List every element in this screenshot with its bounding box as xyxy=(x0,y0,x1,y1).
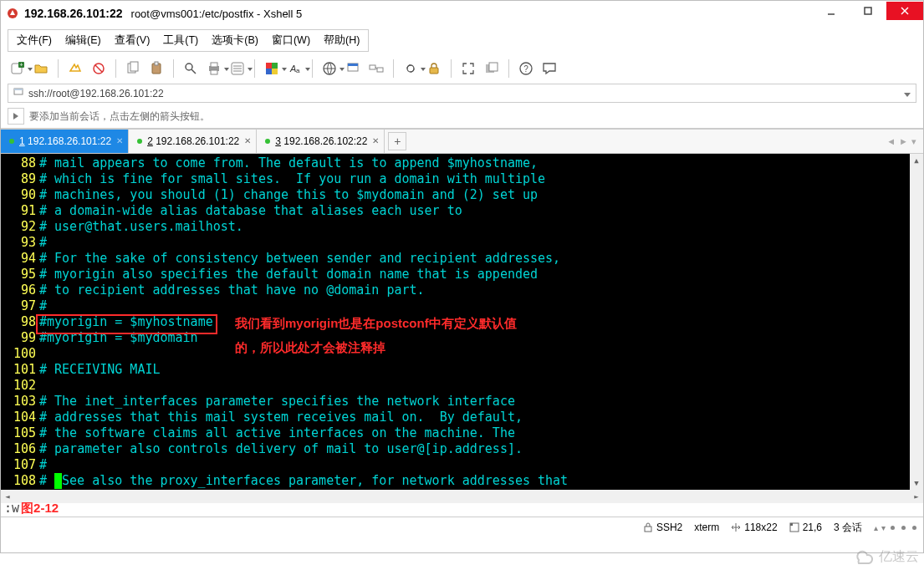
caps-indicator xyxy=(891,526,895,530)
compose-prompt: :w xyxy=(4,501,19,516)
disconnect-icon[interactable] xyxy=(89,59,109,79)
encoding-icon[interactable] xyxy=(319,59,339,79)
paste-icon[interactable] xyxy=(146,59,166,79)
menu-tabs[interactable]: 选项卡(B) xyxy=(205,32,265,49)
transparency-icon[interactable] xyxy=(482,59,502,79)
svg-rect-23 xyxy=(266,63,272,69)
hint-bar: 要添加当前会话，点击左侧的箭头按钮。 xyxy=(1,104,923,129)
menu-view[interactable]: 查看(V) xyxy=(108,32,157,49)
watermark: 亿速云 xyxy=(844,545,919,568)
line-text: # mail appears to come from. The default… xyxy=(39,155,538,171)
terminal[interactable]: 88# mail appears to come from. The defau… xyxy=(1,154,923,490)
lock-icon[interactable] xyxy=(424,59,444,79)
terminal-line: 90# machines, you should (1) change this… xyxy=(1,187,923,203)
title-bar: 192.168.26.101:22 root@vms001:/etc/postf… xyxy=(1,1,923,26)
svg-rect-2 xyxy=(865,8,871,14)
app-icon xyxy=(6,7,19,20)
tab-close-icon[interactable]: ✕ xyxy=(372,136,379,145)
close-button[interactable] xyxy=(886,2,923,20)
minimize-button[interactable] xyxy=(813,2,850,20)
lock-icon xyxy=(643,522,653,532)
vertical-scrollbar[interactable]: ▲ ▼ xyxy=(910,154,923,490)
link-icon[interactable] xyxy=(401,59,421,79)
terminal-line: 106# parameter also controls delivery of… xyxy=(1,441,923,457)
svg-line-15 xyxy=(191,69,196,74)
indicator-down-icon[interactable]: ▾ xyxy=(881,523,886,532)
line-text: # user@that.users.mailhost. xyxy=(39,219,243,235)
tunneling-icon[interactable] xyxy=(366,59,386,79)
status-size: 118x22 xyxy=(731,522,777,533)
maximize-button[interactable] xyxy=(850,2,886,20)
feedback-icon[interactable] xyxy=(539,59,559,79)
add-session-arrow-button[interactable] xyxy=(8,108,24,125)
copy-icon[interactable] xyxy=(123,59,143,79)
properties-icon[interactable] xyxy=(227,59,248,79)
line-text: # the software claims all active interfa… xyxy=(39,425,515,441)
svg-rect-24 xyxy=(272,63,278,69)
menu-tools[interactable]: 工具(T) xyxy=(156,32,205,49)
scroll-right-icon[interactable]: ► xyxy=(910,490,923,503)
session-tab-2[interactable]: 2 192.168.26.101:22 ✕ xyxy=(129,130,257,153)
line-number: 108 xyxy=(1,473,39,489)
svg-text:+: + xyxy=(19,62,23,68)
reconnect-icon[interactable] xyxy=(65,59,85,79)
tab-close-icon[interactable]: ✕ xyxy=(116,136,123,145)
address-dropdown-icon[interactable] xyxy=(897,88,911,99)
figure-label: 图2-12 xyxy=(21,501,59,517)
terminal-line: 92# user@that.users.mailhost. xyxy=(1,219,923,235)
tab-add-button[interactable]: + xyxy=(388,132,406,150)
line-number: 91 xyxy=(1,203,39,219)
svg-rect-11 xyxy=(130,62,138,71)
scroll-indicator xyxy=(912,526,916,530)
svg-rect-18 xyxy=(211,70,217,74)
session-tab-3[interactable]: 3 192.168.26.102:22 ✕ xyxy=(257,130,385,153)
terminal-line: 104# addresses that this mail system rec… xyxy=(1,410,923,425)
horizontal-scrollbar[interactable]: ◄ ► xyxy=(1,490,923,503)
tab-next-icon[interactable]: ► xyxy=(899,136,908,146)
size-icon xyxy=(731,522,741,532)
open-session-icon[interactable] xyxy=(31,59,51,79)
svg-rect-31 xyxy=(348,64,358,66)
terminal-line: 105# the software claims all active inte… xyxy=(1,425,923,441)
status-dot-icon xyxy=(137,139,142,144)
tab-nav: ◄ ► ▾ xyxy=(886,130,923,153)
new-session-icon[interactable]: + xyxy=(8,59,28,79)
line-number: 100 xyxy=(1,346,39,362)
tab-list-icon[interactable]: ▾ xyxy=(911,136,916,147)
tab-close-icon[interactable]: ✕ xyxy=(244,136,251,145)
terminal-line: 102 xyxy=(1,378,923,394)
terminal-line: 88# mail appears to come from. The defau… xyxy=(1,155,923,171)
svg-text:?: ? xyxy=(523,64,528,74)
session-tab-1[interactable]: 1 192.168.26.101:22 ✕ xyxy=(1,130,129,153)
terminal-line: 107# xyxy=(1,457,923,473)
menu-file[interactable]: 文件(F) xyxy=(10,32,59,49)
fullscreen-icon[interactable] xyxy=(458,59,478,79)
help-icon[interactable]: ? xyxy=(516,59,536,79)
terminal-line: 108# See also the proxy_interfaces param… xyxy=(1,473,923,489)
line-number: 101 xyxy=(1,362,39,378)
tab-prev-icon[interactable]: ◄ xyxy=(886,136,896,146)
color-scheme-icon[interactable] xyxy=(262,59,282,79)
line-text: #myorigin = $myhostname xyxy=(39,314,213,330)
find-icon[interactable] xyxy=(181,59,201,79)
print-icon[interactable] xyxy=(204,59,224,79)
scroll-down-icon[interactable]: ▼ xyxy=(910,476,923,490)
menu-help[interactable]: 帮助(H) xyxy=(317,32,366,49)
svg-rect-32 xyxy=(370,65,375,69)
menu-edit[interactable]: 编辑(E) xyxy=(59,32,108,49)
tab-label: 192.168.26.101:22 xyxy=(28,135,111,147)
address-bar[interactable]: ssh://root@192.168.26.101:22 xyxy=(8,84,916,103)
title-path: root@vms001:/etc/postfix - Xshell 5 xyxy=(131,8,303,20)
status-indicators: ▴ ▾ xyxy=(874,523,918,532)
font-icon[interactable]: Aa xyxy=(285,59,305,79)
line-number: 97 xyxy=(1,298,39,314)
xagent-icon[interactable] xyxy=(343,59,363,79)
session-tabs: 1 192.168.26.101:22 ✕ 2 192.168.26.101:2… xyxy=(1,129,923,154)
line-text: # See also the proxy_interfaces paramete… xyxy=(39,473,568,489)
line-text: # a domain-wide alias database that alia… xyxy=(39,203,462,219)
line-number: 102 xyxy=(1,378,39,394)
scroll-up-icon[interactable]: ▲ xyxy=(910,154,923,167)
indicator-up-icon[interactable]: ▴ xyxy=(874,523,878,532)
menu-window[interactable]: 窗口(W) xyxy=(265,32,317,49)
svg-rect-35 xyxy=(430,68,438,74)
